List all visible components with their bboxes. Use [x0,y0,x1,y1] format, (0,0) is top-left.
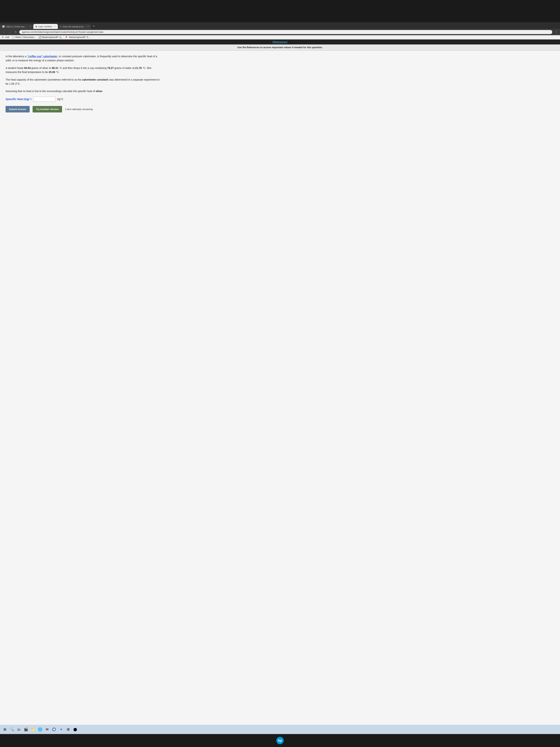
taskbar-mail-icon[interactable]: ✉ [44,726,50,732]
week1-icon: 📋 [12,36,15,38]
browser-content: [References] Use the References to acces… [0,40,560,725]
water-temp: 21.78 [135,67,142,70]
hp-logo: hp [276,737,284,744]
silver-label: silver [96,90,102,93]
content-body: In the laboratory a "coffee cup" calorim… [0,51,167,116]
back-button[interactable]: ← [2,30,6,34]
tab-bartleby[interactable]: b Login | bartleby ✕ [33,24,58,29]
references-subtext: Use the References to access important v… [0,45,560,51]
unit-label: J/g°C. [57,98,64,101]
try-another-version-button[interactable]: Try Another Version [33,106,62,112]
bookmark-week1[interactable]: 📋 Week 1 Discussion... [12,36,36,38]
attempts-remaining-text: 2 item attempts remaining [65,108,93,111]
browser-chrome: 🔄 OWLv2 | Online teaching and lea ✕ b Lo… [0,22,560,40]
coffee-cup-link[interactable]: "coffee cup" calorimeter [27,55,57,58]
calorimeter-constant-term: calorimeter constant [82,78,108,81]
tab-owlv2-favicon: 🔄 [2,25,5,28]
specific-heat-input[interactable] [33,97,55,102]
forward-button[interactable]: → [8,30,12,34]
bookmark-mastering1[interactable]: 🔄 MasteringAandP: Q... [38,36,63,38]
taskbar: ⊞ 🔍 🗂 🎬 📁 🌐 ✉ ✦ ⊞ ⬤ [0,725,560,734]
tab-owlv2-label: OWLv2 | Online teaching and lea [6,26,28,28]
bookmark-week1-label: Week 1 Discussion... [15,36,36,38]
silver-mass: 60.94 [24,67,31,70]
mastering2-icon: P [66,36,68,38]
paragraph1-before: In the laboratory a [5,55,27,58]
final-temp: 25.06 [49,71,55,74]
taskbar-camera-icon[interactable]: ⬤ [72,726,78,732]
bookmarks-bar: ✉ mail 📋 Week 1 Discussion... 🔄 Masterin… [0,35,560,40]
mastering1-icon: 🔄 [38,36,41,38]
tab-google-close[interactable]: ✕ [87,25,89,28]
tab-bartleby-label: Login | bartleby [38,25,52,28]
references-instruction-text: Use the References to access important v… [237,46,323,49]
taskbar-windows-icon[interactable]: ⊞ [2,726,8,732]
bookmark-mastering1-label: MasteringAandP: Q... [42,36,63,38]
tab-owlv2-close[interactable]: ✕ [29,25,31,28]
references-banner[interactable]: [References] [0,40,560,45]
refresh-button[interactable]: ↻ [14,30,18,34]
address-text: agenow.com/ilrn/takeAssignment/takeCoval… [22,31,103,33]
new-tab-button[interactable]: + [91,23,97,29]
hp-area: hp [0,734,560,747]
paragraph-calorimeter-intro: In the laboratory a "coffee cup" calorim… [5,54,161,62]
silver-temp: 98.31 [52,67,58,70]
taskbar-folder-icon[interactable]: 📁 [30,726,36,732]
address-bar-row: ← → ↻ agenow.com/ilrn/takeAssignment/tak… [0,29,560,35]
tab-owlv2[interactable]: 🔄 OWLv2 | Online teaching and lea ✕ [0,24,33,29]
question-label: Specific Heat (Ag) = [5,98,32,101]
submit-answer-button[interactable]: Submit Answer [5,106,30,112]
hp-logo-text: hp [278,739,282,743]
bezel-top [0,0,560,22]
extensions-button[interactable]: ⋮ [554,30,558,34]
bookmark-mail[interactable]: ✉ mail [2,36,9,38]
taskbar-grid-icon[interactable]: ⊞ [65,726,71,732]
bookmark-mail-label: mail [5,36,9,38]
taskbar-edge-icon[interactable]: 🌐 [37,726,43,732]
buttons-row: Submit Answer Try Another Version 2 item… [5,106,161,112]
taskbar-chrome-icon[interactable] [51,726,57,732]
tab-bar: 🔄 OWLv2 | Online teaching and lea ✕ b Lo… [0,22,560,29]
tab-google-favicon: G [60,26,62,28]
mail-icon: ✉ [2,36,4,38]
water-mass: 79.27 [107,67,114,70]
svg-point-1 [53,728,55,730]
paragraph-experiment: A student heats 60.94 grams of silver to… [5,66,161,74]
address-bar[interactable]: agenow.com/ilrn/takeAssignment/takeCoval… [19,30,552,34]
bookmark-mastering2[interactable]: P MasteringAandP: S... [66,36,90,38]
paragraph3-before: The heat capacity of the calorimeter (so… [5,78,82,81]
bookmark-mastering2-label: MasteringAandP: S... [69,36,90,38]
taskbar-files-icon[interactable]: 🗂 [16,726,22,732]
taskbar-dropbox-icon[interactable]: ✦ [58,726,64,732]
paragraph-question: Assuming that no heat is lost to the sur… [5,89,161,93]
tab-google[interactable]: G Given the standard enthalpy cha ✕ [58,24,91,29]
taskbar-search-icon[interactable]: 🔍 [9,726,15,732]
paragraph-calorimeter-constant: The heat capacity of the calorimeter (so… [5,78,161,86]
taskbar-video-icon[interactable]: 🎬 [23,726,29,732]
references-link-text: [References] [273,41,287,43]
tab-bartleby-favicon: b [35,25,37,28]
tab-google-label: Given the standard enthalpy cha [63,26,85,28]
tab-bartleby-close[interactable]: ✕ [54,25,56,28]
answer-row: Specific Heat (Ag) = J/g°C. [5,97,161,102]
